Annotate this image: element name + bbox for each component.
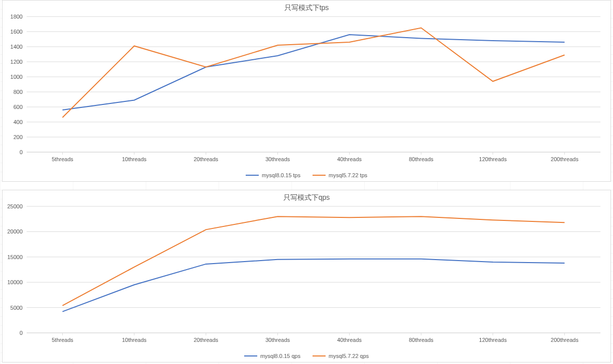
- chart-tps-plot: 0200400600800100012001400160018005thread…: [3, 12, 610, 167]
- svg-text:10threads: 10threads: [122, 156, 147, 162]
- chart-qps-legend: mysql8.0.15 qps mysql5.7.22 qps: [3, 353, 610, 359]
- svg-text:20threads: 20threads: [193, 337, 218, 343]
- legend-item: mysql8.0.15 qps: [244, 353, 300, 359]
- svg-text:40threads: 40threads: [337, 337, 362, 343]
- svg-text:40threads: 40threads: [337, 156, 362, 162]
- legend-swatch-icon: [246, 175, 259, 176]
- svg-text:80threads: 80threads: [409, 156, 434, 162]
- svg-text:5threads: 5threads: [52, 337, 73, 343]
- svg-text:25000: 25000: [7, 203, 23, 209]
- chart-tps-frame[interactable]: 只写模式下tps 0200400600800100012001400160018…: [2, 0, 611, 182]
- svg-text:1600: 1600: [11, 29, 23, 35]
- svg-text:1000: 1000: [11, 74, 23, 80]
- chart-tps-g: 0200400600800100012001400160018005thread…: [11, 14, 600, 162]
- svg-text:30threads: 30threads: [265, 156, 290, 162]
- page: 只写模式下tps 0200400600800100012001400160018…: [0, 0, 613, 364]
- svg-text:800: 800: [14, 89, 23, 95]
- svg-text:80threads: 80threads: [409, 337, 434, 343]
- chart-qps-plot: 05000100001500020000250005threads10threa…: [3, 201, 610, 348]
- legend-item: mysql5.7.22 qps: [313, 353, 369, 359]
- svg-text:200: 200: [14, 134, 23, 140]
- svg-text:200threads: 200threads: [551, 337, 579, 343]
- svg-text:600: 600: [14, 104, 23, 110]
- legend-swatch-icon: [313, 175, 326, 176]
- svg-text:5threads: 5threads: [52, 156, 73, 162]
- svg-text:1400: 1400: [11, 44, 23, 50]
- svg-text:10threads: 10threads: [122, 337, 147, 343]
- svg-text:20threads: 20threads: [193, 156, 218, 162]
- chart-qps-frame[interactable]: 只写模式下qps 05000100001500020000250005threa…: [2, 190, 611, 362]
- svg-text:30threads: 30threads: [265, 337, 290, 343]
- svg-text:1800: 1800: [11, 14, 23, 20]
- legend-label: mysql5.7.22 tps: [329, 172, 367, 178]
- legend-item: mysql5.7.22 tps: [313, 172, 367, 178]
- svg-text:0: 0: [20, 330, 23, 336]
- legend-item: mysql8.0.15 tps: [246, 172, 300, 178]
- svg-text:10000: 10000: [7, 279, 23, 285]
- svg-text:0: 0: [20, 149, 23, 155]
- svg-text:20000: 20000: [7, 228, 23, 234]
- svg-text:15000: 15000: [7, 254, 23, 260]
- legend-swatch-icon: [313, 355, 326, 356]
- svg-text:400: 400: [14, 119, 23, 125]
- legend-label: mysql8.0.15 qps: [260, 353, 300, 359]
- svg-text:200threads: 200threads: [551, 156, 579, 162]
- svg-text:120threads: 120threads: [479, 337, 507, 343]
- legend-swatch-icon: [244, 355, 257, 356]
- legend-label: mysql8.0.15 tps: [262, 172, 300, 178]
- legend-label: mysql5.7.22 qps: [329, 353, 369, 359]
- chart-qps-g: 05000100001500020000250005threads10threa…: [7, 203, 600, 343]
- chart-tps-legend: mysql8.0.15 tps mysql5.7.22 tps: [3, 172, 610, 178]
- svg-text:5000: 5000: [11, 305, 23, 311]
- svg-text:1200: 1200: [11, 59, 23, 65]
- svg-text:120threads: 120threads: [479, 156, 507, 162]
